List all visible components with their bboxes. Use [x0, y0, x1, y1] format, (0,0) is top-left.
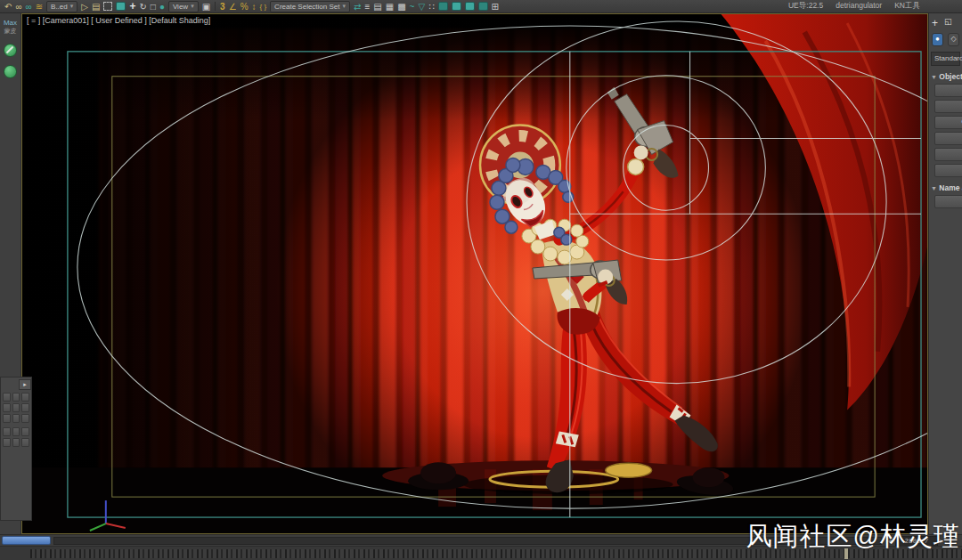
named-selection-sets-icon[interactable]: { } [260, 1, 267, 12]
name-color-rollout[interactable]: ▼ Name a [931, 183, 960, 192]
schematic-view-icon[interactable]: ▽ [418, 1, 425, 12]
chevron-down-icon: ▾ [70, 3, 74, 10]
plugin-shield-icon[interactable] [4, 65, 17, 78]
toolbar-separator [215, 2, 216, 11]
unlink-icon[interactable]: ∞ [26, 1, 32, 12]
select-rotate-icon[interactable]: ↻ [139, 1, 146, 12]
select-scale-icon[interactable]: □ [151, 1, 156, 12]
object-type-rollout[interactable]: ▼ Object T [931, 72, 960, 81]
gold-plate [606, 463, 652, 477]
dock-button[interactable] [21, 393, 29, 402]
bind-spacewarp-icon[interactable]: ≋ [36, 1, 43, 12]
render-production-teapot-icon[interactable] [465, 2, 475, 11]
layer-manager-icon[interactable]: ▦ [386, 1, 394, 12]
category-tabs: ● ◇ [929, 31, 962, 48]
selection-set-label: Create Selection Set [274, 3, 339, 11]
create-tab-icon[interactable]: + [932, 17, 938, 29]
rect-selection-region-icon[interactable] [103, 2, 112, 11]
select-link-icon[interactable]: ∞ [15, 1, 21, 12]
dock-button[interactable] [12, 438, 20, 447]
custom-script-ue[interactable]: UE导:22.5 [788, 1, 823, 12]
viewport-header[interactable]: [ = ] [Camera001] [ User Defined ] [Defa… [27, 16, 210, 25]
align-icon[interactable]: ≡ [364, 1, 370, 12]
undo-icon[interactable]: ↶ [4, 1, 12, 12]
time-slider-handle[interactable] [2, 536, 51, 545]
max-logo: Max [0, 19, 20, 27]
dock-button[interactable] [3, 403, 11, 412]
left-shadow [22, 14, 298, 533]
dock-button[interactable] [21, 438, 29, 447]
select-place-icon[interactable]: ● [159, 1, 165, 12]
custom-script-kn[interactable]: KN工具 [894, 1, 920, 12]
watermark-text: 风闻社区@林灵瑾 [746, 519, 960, 555]
dock-button[interactable] [21, 403, 29, 412]
dock-button-grid [3, 427, 29, 447]
pivot-center-icon[interactable]: ▣ [202, 1, 210, 12]
dock-button[interactable] [21, 414, 29, 423]
left-dock-panel: ▸ [0, 377, 32, 521]
selection-set-dropdown[interactable]: Create Selection Set ▾ [270, 1, 350, 12]
name-field[interactable] [934, 195, 962, 208]
selection-filter-dropdown[interactable]: B..ed ▾ [46, 1, 77, 12]
main-toolbar: ↶ ∞ ∞ ≋ B..ed ▾ ▷ ▤ + ↻ □ ● View ▾ ▣ 3 ∠… [0, 0, 962, 13]
dock-button-grid [3, 393, 29, 423]
ribbon-toggle-icon[interactable]: ▩ [397, 1, 405, 12]
primitive-preset-dropdown[interactable]: Standard P [931, 52, 960, 66]
object-type-button[interactable]: t [934, 84, 962, 97]
selection-filter-label: B..ed [51, 3, 68, 11]
object-type-button[interactable]: Te [934, 132, 962, 145]
window-crossing-icon[interactable] [116, 2, 126, 11]
dock-expand-button[interactable]: ▸ [19, 379, 31, 390]
dock-button[interactable] [21, 427, 29, 436]
plugin-toggle-icon[interactable] [4, 44, 17, 57]
geometry-category-icon[interactable]: ● [932, 33, 943, 46]
render-iterative-teapot-icon[interactable] [478, 2, 488, 11]
camera-viewport[interactable]: [ = ] [Camera001] [ User Defined ] [Defa… [21, 13, 928, 534]
select-object-icon[interactable]: ▷ [81, 1, 88, 12]
dock-button[interactable] [12, 393, 20, 402]
custom-script-detriangulator[interactable]: detriangulator [836, 1, 882, 12]
dock-button[interactable] [3, 438, 11, 447]
angle-snap-icon[interactable]: ∠ [229, 1, 237, 12]
scene-explorer-icon[interactable]: ▤ [373, 1, 381, 12]
spinner-snap-icon[interactable]: ↕ [252, 1, 257, 12]
rendered-frame-icon[interactable] [452, 2, 461, 11]
max-logo-sub: 蒙皮 [0, 27, 20, 36]
dock-button[interactable] [3, 427, 11, 436]
percent-snap-icon[interactable]: % [240, 1, 249, 12]
dock-button[interactable] [12, 414, 20, 423]
ref-coordsys-dropdown[interactable]: View ▾ [168, 1, 199, 12]
object-type-button[interactable]: Cyl [934, 116, 962, 129]
render-setup-icon[interactable] [438, 2, 448, 11]
snap-3d-icon[interactable]: 3 [220, 1, 225, 12]
select-move-icon[interactable]: + [129, 1, 135, 12]
material-editor-icon[interactable]: ∷ [428, 1, 434, 12]
command-panel-tabs: + ◱ [929, 13, 962, 31]
chevron-down-icon: ▾ [191, 3, 194, 10]
viewport-canvas[interactable] [22, 14, 927, 533]
open-in-viewport-icon[interactable]: ⊞ [492, 1, 499, 12]
curve-editor-icon[interactable]: ~ [410, 1, 415, 12]
chevron-down-icon: ▾ [342, 3, 346, 10]
mirror-icon[interactable]: ⇄ [354, 1, 361, 12]
object-type-button[interactable]: Te [934, 148, 962, 161]
modify-tab-icon[interactable]: ◱ [944, 17, 952, 29]
dock-button[interactable] [12, 427, 20, 436]
toolbar-custom-scripts: UE导:22.5 detriangulator KN工具 [788, 1, 920, 12]
select-by-name-icon[interactable]: ▤ [92, 1, 100, 12]
shapes-category-icon[interactable]: ◇ [948, 33, 959, 46]
command-panel: + ◱ ● ◇ Standard P ▼ Object T t Bo Cyl T… [928, 13, 962, 534]
dock-button[interactable] [12, 403, 20, 412]
object-type-button[interactable]: Te [934, 164, 962, 177]
dock-button[interactable] [3, 393, 11, 402]
coordsys-label: View [173, 3, 188, 11]
object-type-button[interactable]: Bo [934, 100, 962, 113]
3dsmax-window: ↶ ∞ ∞ ≋ B..ed ▾ ▷ ▤ + ↻ □ ● View ▾ ▣ 3 ∠… [0, 0, 962, 560]
dock-button[interactable] [3, 414, 11, 423]
